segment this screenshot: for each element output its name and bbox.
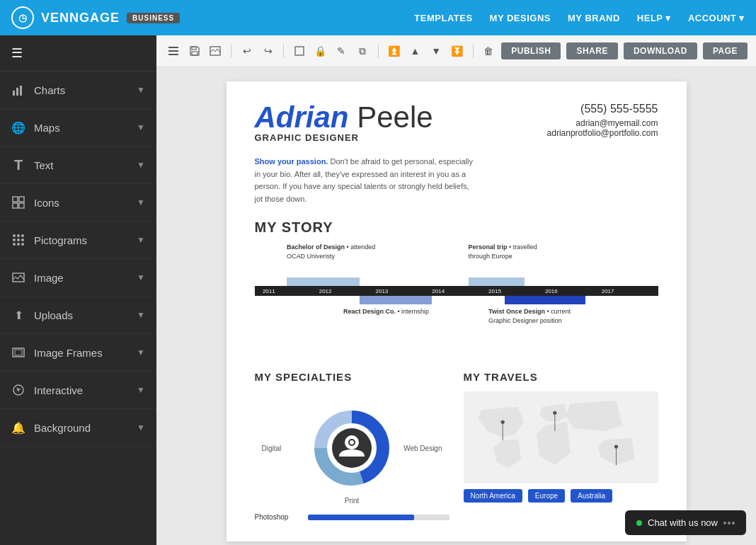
publish-button[interactable]: PUBLISH	[501, 42, 561, 59]
text-chevron: ▼	[137, 160, 145, 170]
travels-column: MY TRAVELS	[464, 371, 658, 525]
sidebar-item-text[interactable]: T Text ▼	[0, 147, 156, 184]
toolbar-save-btn[interactable]	[186, 41, 203, 61]
chat-widget[interactable]: Chat with us now	[625, 510, 746, 535]
charts-chevron: ▼	[137, 85, 145, 95]
donut-label-digital: Digital	[262, 444, 282, 452]
svg-point-8	[17, 234, 20, 237]
sidebar-item-pictograms[interactable]: Pictograms ▼	[0, 222, 156, 259]
share-button[interactable]: SHARE	[566, 42, 618, 59]
svg-point-37	[553, 411, 556, 415]
toolbar-redo-btn[interactable]: ↪	[260, 41, 277, 61]
toolbar-sep-1	[231, 44, 231, 58]
toolbar-up-top-btn[interactable]: ⏫	[386, 41, 403, 61]
toolbar-logo-btn[interactable]	[165, 41, 182, 61]
nav-mydesigns[interactable]: MY DESIGNS	[490, 13, 551, 23]
timeline-label-react: React Design Co. • internship	[343, 307, 429, 316]
bio-bold: Show your passion.	[255, 157, 328, 166]
sidebar-item-interactive[interactable]: Interactive ▼	[0, 372, 156, 409]
toolbar-down-btn[interactable]: ▼	[428, 41, 445, 61]
sidebar-image-frames-label: Image Frames	[34, 347, 103, 359]
toolbar-crop-btn[interactable]	[291, 41, 308, 61]
sidebar-item-image-frames[interactable]: Image Frames ▼	[0, 334, 156, 372]
nav-help[interactable]: HELP ▾	[637, 13, 671, 23]
svg-rect-22	[168, 54, 178, 55]
text-icon: T	[11, 158, 25, 172]
toolbar-up-btn[interactable]: ▲	[407, 41, 424, 61]
sidebar-image-label: Image	[34, 272, 64, 284]
globe-icon: 🌐	[11, 120, 25, 134]
toolbar-undo-btn[interactable]: ↩	[239, 41, 256, 61]
sidebar-item-uploads[interactable]: ⬆ Uploads ▼	[0, 297, 156, 334]
svg-point-33	[350, 440, 354, 444]
toolbar-delete-btn[interactable]: 🗑	[481, 41, 498, 61]
story-title: MY STORY	[255, 219, 658, 236]
phone: (555) 555-5555	[547, 103, 658, 115]
svg-point-14	[17, 243, 20, 246]
svg-point-15	[21, 243, 24, 246]
svg-point-9	[21, 234, 24, 237]
sidebar-item-background[interactable]: 🔔 Background ▼	[0, 409, 156, 447]
badge-north-america: North America	[464, 489, 522, 503]
svg-point-11	[17, 239, 20, 241]
sidebar: ☰ Charts ▼ 🌐 Maps ▼ T Text	[0, 35, 156, 545]
skills-section: Photoshop	[255, 513, 449, 521]
donut-label-web: Web Design	[403, 444, 442, 452]
toolbar-image-btn[interactable]	[207, 41, 224, 61]
donut-chart	[309, 406, 394, 490]
svg-rect-18	[15, 350, 22, 355]
timeline-bottom-bars	[255, 296, 658, 304]
nav-account[interactable]: ACCOUNT ▾	[688, 13, 745, 23]
resume-title: GRAPHIC DESIGNER	[255, 132, 433, 143]
editor-area: ↩ ↪ 🔒 ✎ ⧉ ⏫ ▲ ▼ ⏬ 🗑 PUBLISH SHARE DOWNLO…	[156, 35, 756, 545]
toolbar-edit-btn[interactable]: ✎	[333, 41, 350, 61]
badge-europe: Europe	[528, 489, 565, 503]
main-area: ☰ Charts ▼ 🌐 Maps ▼ T Text	[0, 35, 756, 545]
svg-point-7	[13, 234, 16, 237]
chat-online-dot	[636, 520, 642, 526]
skill-photoshop-name: Photoshop	[255, 513, 301, 521]
year-2011: 2011	[263, 288, 275, 294]
svg-rect-0	[13, 91, 15, 96]
page-button[interactable]: PAGE	[703, 42, 748, 59]
specialties-title: MY SPECIALTIES	[255, 371, 449, 383]
sidebar-item-image[interactable]: Image ▼	[0, 259, 156, 297]
svg-rect-23	[192, 52, 197, 55]
sidebar-uploads-label: Uploads	[34, 309, 73, 321]
toolbar-lock-btn[interactable]: 🔒	[312, 41, 329, 61]
sidebar-maps-label: Maps	[34, 122, 60, 134]
svg-rect-21	[168, 50, 178, 52]
download-button[interactable]: DOWNLOAD	[624, 42, 697, 59]
logo-text: VENNGAGE	[41, 11, 120, 25]
nav-templates[interactable]: TEMPLATES	[414, 13, 472, 23]
email: adrian@myemail.com	[547, 118, 658, 128]
logo[interactable]: ◷ VENNGAGE BUSINESS	[11, 6, 180, 29]
svg-rect-4	[19, 197, 24, 202]
sidebar-item-maps[interactable]: 🌐 Maps ▼	[0, 109, 156, 147]
svg-rect-1	[16, 88, 18, 96]
pictograms-icon	[11, 233, 25, 247]
hamburger-menu[interactable]: ☰	[0, 35, 156, 71]
svg-point-13	[13, 243, 16, 246]
uploads-icon: ⬆	[11, 308, 25, 322]
uploads-chevron: ▼	[137, 310, 145, 320]
donut-area: Digital	[255, 391, 449, 505]
year-2014: 2014	[432, 288, 445, 294]
image-chevron: ▼	[137, 272, 145, 282]
last-name: Peele	[349, 101, 433, 134]
image-frames-chevron: ▼	[137, 348, 145, 357]
timeline-bottom-labels: React Design Co. • internship Twist Once…	[255, 307, 658, 335]
timeline-top-labels: Bachelor of Design • attendedOCAD Univer…	[255, 243, 658, 275]
svg-point-12	[21, 239, 24, 241]
nav-mybrand[interactable]: MY BRAND	[568, 13, 620, 23]
sidebar-pictograms-label: Pictograms	[34, 234, 87, 246]
timeline-bar: 2011 2012 2013 2014 2015 2016 2017	[255, 286, 658, 296]
canvas-area[interactable]: Adrian Peele GRAPHIC DESIGNER (555) 555-…	[156, 67, 756, 545]
skill-photoshop-bar-fill	[308, 515, 414, 520]
toolbar-copy-btn[interactable]: ⧉	[354, 41, 371, 61]
toolbar-down-bottom-btn[interactable]: ⏬	[449, 41, 466, 61]
svg-point-39	[614, 445, 617, 449]
sidebar-item-icons[interactable]: Icons ▼	[0, 184, 156, 222]
sidebar-item-charts[interactable]: Charts ▼	[0, 71, 156, 109]
bar-bachelor	[287, 277, 360, 286]
